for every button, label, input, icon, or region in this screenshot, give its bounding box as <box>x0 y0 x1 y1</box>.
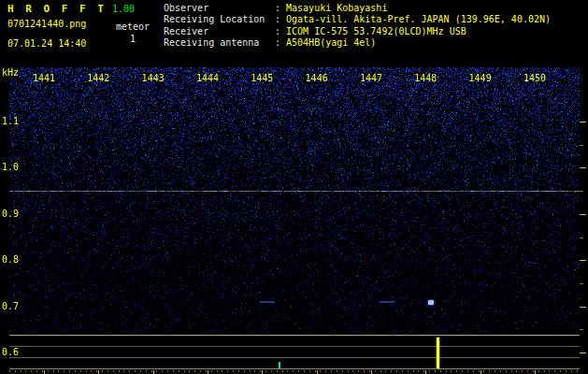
second-tick <box>358 370 359 372</box>
second-tick <box>462 370 463 372</box>
second-tick <box>184 370 185 372</box>
second-tick <box>331 370 332 372</box>
second-tick <box>544 370 545 372</box>
level-meter <box>9 335 580 370</box>
info-row-observer: Observer : Masayuki Kobayashi <box>164 3 551 14</box>
second-tick <box>282 370 283 372</box>
freq-tick-major <box>580 352 586 353</box>
second-tick <box>238 370 239 372</box>
second-tick <box>429 370 430 372</box>
info-label: Receiver <box>164 26 275 37</box>
second-tick <box>489 370 490 372</box>
second-tick <box>58 370 59 372</box>
meteor-echo-faint <box>380 301 394 303</box>
second-tick <box>75 370 76 372</box>
info-row-location: Receiving Location : Ogata-vill. Akita-P… <box>164 14 551 25</box>
second-tick <box>385 370 386 372</box>
second-tick <box>348 370 349 372</box>
info-label: Observer <box>164 3 275 14</box>
minute-tick <box>317 370 318 374</box>
second-tick <box>135 370 136 372</box>
second-tick <box>233 370 234 372</box>
second-tick <box>173 370 174 372</box>
freq-label: 1.0 <box>2 163 19 172</box>
second-tick <box>102 370 103 372</box>
second-tick <box>325 370 326 372</box>
second-tick <box>451 370 452 372</box>
minute-tick <box>480 370 481 374</box>
freq-tick-major <box>580 307 586 308</box>
second-tick <box>577 370 578 372</box>
second-tick <box>467 370 468 372</box>
level-meter-line <box>9 346 580 347</box>
second-tick <box>123 370 124 372</box>
freq-tick-major <box>580 167 586 168</box>
second-tick <box>277 370 278 372</box>
freq-label: 1.1 <box>2 117 19 126</box>
second-tick <box>91 370 92 372</box>
second-tick <box>129 370 130 372</box>
second-tick <box>108 370 108 372</box>
meteor-count: 1 <box>130 34 136 44</box>
freq-tick-major <box>580 214 586 215</box>
second-tick <box>119 370 120 372</box>
freq-tick-minor <box>580 329 583 330</box>
minute-tick <box>535 370 536 374</box>
second-tick <box>483 370 484 372</box>
second-tick <box>298 370 299 372</box>
info-value: : Masayuki Kobayashi <box>275 3 387 14</box>
mode-label: meteor <box>116 22 150 32</box>
second-tick <box>31 370 32 372</box>
second-tick <box>315 370 316 372</box>
minute-tick <box>208 370 208 374</box>
second-tick <box>473 370 474 372</box>
second-tick <box>217 370 218 372</box>
level-meter-line <box>9 335 580 336</box>
app-version: 1.00 <box>112 4 135 14</box>
second-tick <box>206 370 207 372</box>
second-tick <box>36 370 37 372</box>
second-tick <box>64 370 65 372</box>
freq-label: 0.7 <box>2 302 19 311</box>
second-tick <box>260 370 261 372</box>
second-tick <box>25 370 26 372</box>
second-tick <box>566 370 566 372</box>
second-tick <box>189 370 190 372</box>
second-tick <box>435 370 436 372</box>
info-value: : A504HB(yagi 4el) <box>275 37 376 49</box>
second-tick <box>527 370 528 372</box>
second-tick <box>86 370 87 372</box>
second-tick <box>369 370 370 372</box>
second-tick <box>423 370 424 372</box>
info-row-antenna: Receiving antenna : A504HB(yagi 4el) <box>164 37 551 49</box>
freq-tick-major <box>580 260 586 261</box>
minute-tick <box>425 370 426 374</box>
second-tick <box>549 370 550 372</box>
second-tick <box>156 370 157 372</box>
second-tick <box>293 370 294 372</box>
minute-tick <box>153 370 154 374</box>
second-tick <box>408 370 409 372</box>
right-ticks <box>580 0 588 374</box>
freq-tick-minor <box>580 283 583 284</box>
second-tick <box>402 370 403 372</box>
second-tick <box>211 370 212 372</box>
freq-tick-minor <box>580 145 583 146</box>
minute-tick <box>262 370 263 374</box>
second-tick <box>375 370 376 372</box>
info-label: Receiving antenna <box>164 37 275 49</box>
freq-tick-major <box>580 122 586 122</box>
second-tick <box>337 370 337 372</box>
second-tick <box>222 370 222 372</box>
second-tick <box>506 370 507 372</box>
station-info: Observer : Masayuki Kobayashi Receiving … <box>164 3 551 50</box>
second-tick <box>80 370 81 372</box>
second-tick <box>522 370 523 372</box>
minute-tick <box>44 370 45 374</box>
second-tick <box>500 370 501 372</box>
level-marker <box>279 362 280 368</box>
second-tick <box>200 370 201 372</box>
second-tick <box>151 370 152 372</box>
second-tick <box>271 370 272 372</box>
second-tick <box>254 370 255 372</box>
